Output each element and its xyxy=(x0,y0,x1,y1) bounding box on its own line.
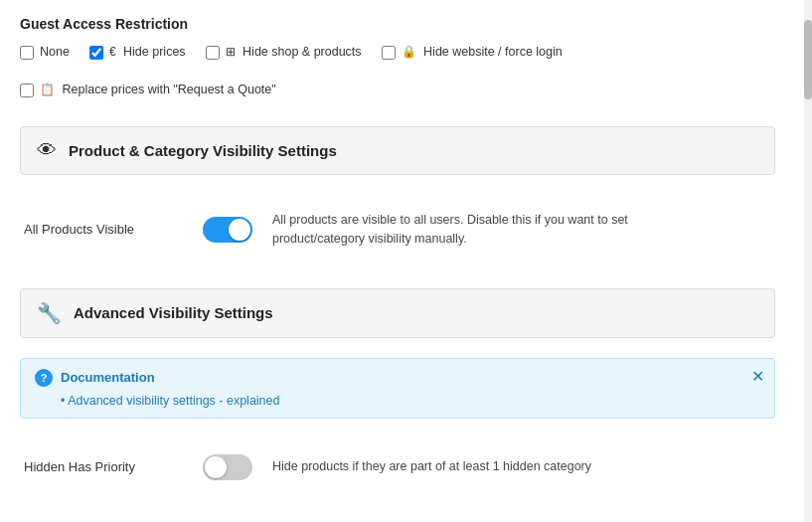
option-hide-prices: € Hide prices xyxy=(89,44,186,62)
guest-access-section: Guest Access Restriction None € Hide pri… xyxy=(20,16,775,98)
scrollbar[interactable] xyxy=(804,0,812,522)
option-replace-prices-label[interactable]: 📋 Replace prices with "Request a Quote" xyxy=(40,82,276,99)
doc-title: Documentation xyxy=(61,370,155,385)
euro-icon: € xyxy=(109,44,116,61)
lock-icon: 🔒 xyxy=(402,44,416,61)
eye-icon: 👁 xyxy=(37,139,57,162)
clipboard-icon: 📋 xyxy=(40,82,55,98)
checkbox-hide-website[interactable] xyxy=(382,46,396,60)
all-products-toggle[interactable] xyxy=(203,217,252,243)
all-products-visible-row: All Products Visible All products are vi… xyxy=(20,195,775,264)
toggle-knob xyxy=(229,219,250,241)
doc-close-button[interactable]: ✕ xyxy=(751,369,764,385)
question-icon: ? xyxy=(35,369,53,387)
main-container: Guest Access Restriction None € Hide pri… xyxy=(0,0,795,512)
advanced-visibility-title: Advanced Visibility Settings xyxy=(74,304,273,321)
all-products-description: All products are visible to all users. D… xyxy=(272,211,690,249)
wrench-icon: 🔧 xyxy=(37,301,62,325)
hidden-priority-row: Hidden Has Priority Hide products if the… xyxy=(20,438,775,496)
toggle-bg-on[interactable] xyxy=(203,217,252,243)
toggle-bg-off[interactable] xyxy=(203,454,252,480)
option-hide-prices-text: € Hide prices xyxy=(109,44,186,62)
option-hide-website: 🔒 Hide website / force login xyxy=(382,44,563,62)
advanced-visibility-header: 🔧 Advanced Visibility Settings xyxy=(20,288,775,338)
option-none: None xyxy=(20,44,70,62)
option-hide-prices-label[interactable]: € Hide prices xyxy=(109,44,186,62)
doc-link[interactable]: Advanced visibility settings - explained xyxy=(61,394,279,408)
product-visibility-title: Product & Category Visibility Settings xyxy=(69,142,337,159)
option-hide-website-label[interactable]: 🔒 Hide website / force login xyxy=(402,44,563,62)
checkbox-replace-prices[interactable] xyxy=(20,84,34,97)
option-hide-shop: ⊞ Hide shop & products xyxy=(206,44,362,62)
hidden-priority-label: Hidden Has Priority xyxy=(24,459,183,474)
checkbox-hide-shop[interactable] xyxy=(206,46,220,60)
option-replace-prices: 📋 Replace prices with "Request a Quote" xyxy=(20,82,276,99)
option-none-text: None xyxy=(40,44,70,62)
doc-header: ? Documentation xyxy=(35,369,760,387)
product-visibility-header: 👁 Product & Category Visibility Settings xyxy=(20,126,775,175)
option-none-label[interactable]: None xyxy=(40,44,70,62)
option-hide-shop-label[interactable]: ⊞ Hide shop & products xyxy=(226,44,362,62)
advanced-visibility-section: 🔧 Advanced Visibility Settings ? Documen… xyxy=(20,288,775,496)
option-hide-website-text: 🔒 Hide website / force login xyxy=(402,44,563,62)
checkbox-none[interactable] xyxy=(20,46,34,60)
option-hide-shop-text: ⊞ Hide shop & products xyxy=(226,44,362,62)
all-products-label: All Products Visible xyxy=(24,222,183,237)
toggle-knob-off xyxy=(205,456,227,478)
documentation-box: ? Documentation ✕ Advanced visibility se… xyxy=(20,358,775,419)
option-replace-prices-text: 📋 Replace prices with "Request a Quote" xyxy=(40,82,276,99)
checkbox-hide-prices[interactable] xyxy=(89,46,103,60)
guest-access-options: None € Hide prices ⊞ xyxy=(20,44,775,98)
scrollbar-thumb[interactable] xyxy=(804,20,812,99)
shop-icon: ⊞ xyxy=(226,44,236,61)
hidden-priority-toggle[interactable] xyxy=(203,454,252,480)
product-visibility-section: 👁 Product & Category Visibility Settings… xyxy=(20,126,775,264)
hidden-priority-description: Hide products if they are part of at lea… xyxy=(272,457,591,476)
guest-access-title: Guest Access Restriction xyxy=(20,16,775,32)
